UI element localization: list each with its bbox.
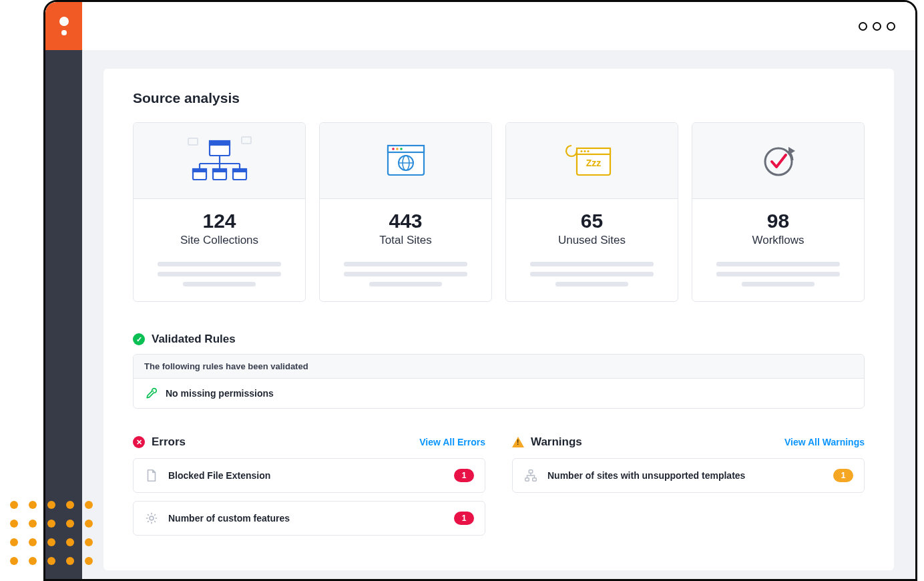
issues-row: ✕ Errors View All Errors Blocked File Ex… [133,435,865,544]
placeholder-lines [147,262,292,286]
stat-card-total-sites[interactable]: 443 Total Sites [319,122,492,302]
error-count-badge: 1 [454,469,474,482]
svg-marker-30 [788,147,795,155]
main-area: Source analysis [82,50,915,579]
stat-card-workflows[interactable]: 98 Workflows [692,122,865,302]
svg-rect-12 [233,169,246,172]
svg-rect-34 [525,478,529,481]
workflows-icon [692,123,864,199]
window-controls[interactable] [859,22,895,31]
svg-point-29 [765,148,792,175]
titlebar [45,2,915,50]
error-item[interactable]: Blocked File Extension 1 [133,458,485,493]
stat-value: 443 [333,210,478,232]
svg-text:Zzz: Zzz [586,158,601,168]
gear-icon [144,511,159,526]
svg-point-27 [587,150,589,152]
warnings-title: Warnings [531,435,582,449]
svg-point-19 [400,148,403,150]
window-control-dot[interactable] [859,22,867,31]
decorative-dot-grid [10,501,94,566]
warnings-column: Warnings View All Warnings Numbe [512,435,865,544]
stat-label: Total Sites [333,234,478,247]
app-body: Source analysis [45,50,915,579]
stat-value: 124 [147,210,292,232]
page-title: Source analysis [133,90,865,106]
stat-label: Site Collections [147,234,292,247]
warning-item[interactable]: Number of sites with unsupported templat… [512,458,865,493]
svg-point-25 [580,150,582,152]
site-collections-icon [134,123,305,199]
window-control-dot[interactable] [887,22,895,31]
error-item-label: Blocked File Extension [168,470,445,481]
placeholder-lines [519,262,664,286]
content-card: Source analysis [103,69,894,570]
svg-point-17 [392,148,395,150]
svg-rect-1 [210,141,230,145]
unused-sites-icon: Zzz [506,123,678,199]
svg-point-31 [152,391,154,392]
stat-card-site-collections[interactable]: 124 Site Collections [133,122,306,302]
validated-rules-header: ✓ Validated Rules [133,333,865,346]
errors-column: ✕ Errors View All Errors Blocked File Ex… [133,435,485,544]
app-brand-tab [45,2,82,50]
warning-triangle-icon [512,437,524,447]
view-all-warnings-link[interactable]: View All Warnings [784,437,865,447]
svg-rect-33 [529,470,533,473]
svg-rect-13 [188,138,198,145]
error-item[interactable]: Number of custom features 1 [133,501,485,536]
svg-rect-35 [533,478,537,481]
placeholder-lines [706,262,851,286]
stat-value: 65 [519,210,664,232]
validated-rules-box: The following rules have been validated … [133,354,865,409]
view-all-errors-link[interactable]: View All Errors [419,437,485,447]
stat-label: Workflows [706,234,851,247]
svg-point-26 [584,150,586,152]
svg-rect-14 [242,137,251,144]
sitemap-icon [523,468,538,483]
validated-rule-row[interactable]: No missing permissions [134,379,864,408]
error-circle-icon: ✕ [133,436,145,448]
validated-rules-subheader: The following rules have been validated [134,355,864,379]
window-control-dot[interactable] [873,22,881,31]
stat-value: 98 [706,210,851,232]
svg-rect-8 [193,169,206,172]
warning-item-label: Number of sites with unsupported templat… [547,470,824,481]
svg-rect-10 [213,169,226,172]
error-item-label: Number of custom features [168,513,445,524]
check-circle-icon: ✓ [133,333,145,345]
file-icon [144,468,159,483]
stats-row: 124 Site Collections [133,122,865,302]
stat-card-unused-sites[interactable]: Zzz 65 Unused Sites [505,122,678,302]
stat-label: Unused Sites [519,234,664,247]
errors-title: Errors [152,435,186,449]
total-sites-icon [320,123,491,199]
svg-point-18 [396,148,399,150]
validated-rules-title: Validated Rules [152,333,236,346]
sidebar [45,50,82,579]
warning-count-badge: 1 [833,469,853,482]
error-count-badge: 1 [454,512,474,525]
placeholder-lines [333,262,478,286]
validated-rule-label: No missing permissions [166,388,274,399]
key-icon [144,387,158,400]
app-window: Source analysis [43,0,917,581]
svg-point-32 [150,516,154,520]
